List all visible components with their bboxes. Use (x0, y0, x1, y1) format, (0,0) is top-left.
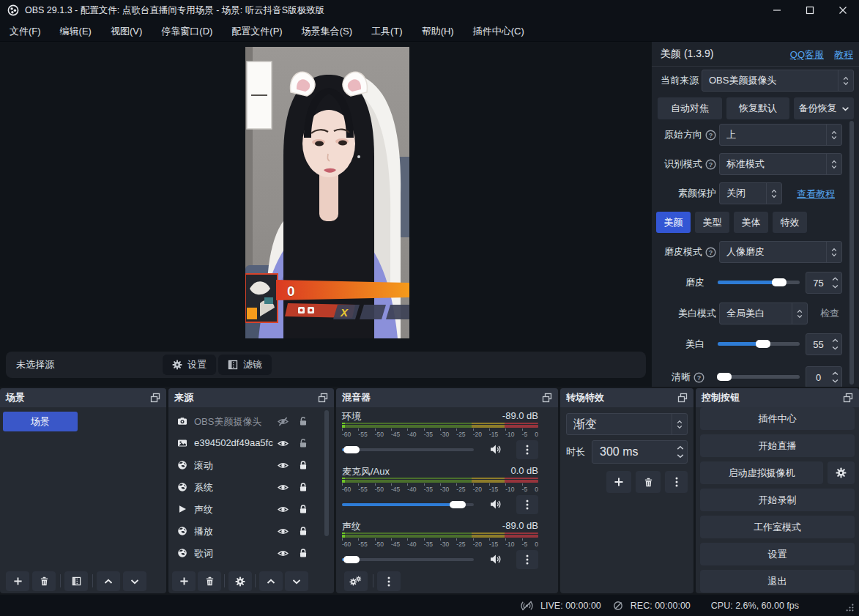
studio-mode-button[interactable]: 工作室模式 (700, 516, 855, 538)
tab-reshape[interactable]: 美型 (695, 212, 729, 233)
slider-handle[interactable] (772, 278, 787, 286)
scrollbar[interactable] (324, 410, 329, 536)
menu-plugin-center[interactable]: 插件中心(C) (464, 21, 534, 42)
restore-default-button[interactable]: 恢复默认 (726, 97, 789, 119)
lock-toggle[interactable] (296, 524, 310, 538)
advanced-audio-button[interactable] (344, 571, 368, 591)
popout-button[interactable] (677, 393, 688, 403)
minimize-button[interactable] (760, 0, 793, 21)
source-row[interactable]: OBS美颜摄像头 (168, 410, 334, 432)
mute-button[interactable] (490, 444, 501, 455)
whiten-value-spinner[interactable]: 55 (806, 333, 842, 355)
visibility-toggle[interactable] (275, 480, 290, 494)
slider-handle[interactable] (717, 373, 732, 381)
add-scene-button[interactable] (6, 571, 29, 591)
source-properties-button[interactable]: 设置 (163, 355, 216, 375)
popout-button[interactable] (318, 393, 328, 403)
video-preview[interactable]: 0 X (245, 47, 409, 338)
add-transition-button[interactable] (606, 471, 631, 493)
menu-profile[interactable]: 配置文件(P) (222, 21, 291, 42)
channel-options-button[interactable] (516, 440, 538, 459)
smooth-mode-select[interactable]: 人像磨皮 (719, 241, 842, 263)
current-source-select[interactable]: OBS美颜摄像头 (702, 70, 854, 92)
help-icon[interactable] (705, 159, 716, 170)
view-tutorial-link[interactable]: 查看教程 (797, 188, 835, 201)
mute-button[interactable] (490, 554, 501, 565)
maximize-button[interactable] (793, 0, 826, 21)
visibility-toggle[interactable] (275, 546, 290, 560)
whiten-mode-select[interactable]: 全局美白 (719, 303, 808, 324)
popout-button[interactable] (843, 393, 853, 403)
chevron-up-icon[interactable] (832, 277, 838, 281)
close-button[interactable] (826, 0, 859, 21)
qq-support-link[interactable]: QQ客服 (790, 48, 824, 62)
detect-mode-select[interactable]: 标准模式 (719, 153, 842, 175)
exit-button[interactable]: 退出 (700, 570, 855, 593)
chevron-up-icon[interactable] (832, 338, 838, 343)
menu-help[interactable]: 帮助(H) (412, 21, 464, 42)
visibility-toggle[interactable] (275, 415, 290, 428)
popout-button[interactable] (542, 393, 552, 403)
clarity-value-spinner[interactable]: 0 (806, 366, 842, 387)
chevron-up-icon[interactable] (677, 445, 684, 450)
check-button[interactable]: 检查 (814, 303, 845, 324)
bare-face-protect-select[interactable]: 关闭 (719, 182, 782, 204)
lock-toggle[interactable] (296, 459, 310, 472)
menu-scene-collection[interactable]: 场景集合(S) (292, 21, 362, 42)
mixer-options-button[interactable] (377, 571, 401, 591)
help-icon[interactable] (705, 130, 716, 141)
slider-handle[interactable] (343, 446, 360, 453)
chevron-down-icon[interactable] (832, 284, 838, 289)
source-row[interactable]: 滚动 (168, 454, 334, 476)
menu-file[interactable]: 文件(F) (0, 21, 51, 42)
menu-view[interactable]: 视图(V) (101, 21, 152, 42)
move-source-up-button[interactable] (259, 571, 283, 591)
tab-body[interactable]: 美体 (734, 212, 768, 233)
source-row[interactable]: 歌词 (168, 542, 334, 564)
clarity-slider[interactable] (718, 375, 800, 379)
duration-spinner[interactable]: 300 ms (592, 440, 688, 464)
move-scene-down-button[interactable] (123, 571, 146, 591)
volume-slider[interactable] (342, 448, 474, 451)
add-source-button[interactable] (172, 571, 196, 591)
source-row[interactable]: 系统 (168, 476, 334, 498)
source-row[interactable]: 播放 (168, 520, 334, 542)
smooth-value-spinner[interactable]: 75 (806, 272, 842, 294)
visibility-toggle[interactable] (275, 459, 290, 472)
popout-button[interactable] (150, 393, 160, 403)
move-scene-up-button[interactable] (97, 571, 120, 591)
menu-tools[interactable]: 工具(T) (362, 21, 412, 42)
resize-grip[interactable] (846, 604, 854, 612)
volume-slider[interactable] (342, 558, 474, 561)
channel-options-button[interactable] (516, 550, 538, 569)
move-source-down-button[interactable] (285, 571, 308, 591)
remove-source-button[interactable] (198, 571, 221, 591)
lock-toggle[interactable] (296, 502, 310, 516)
tutorial-link[interactable]: 教程 (834, 48, 853, 62)
lock-toggle[interactable] (296, 546, 310, 560)
chevron-down-icon[interactable] (677, 453, 684, 459)
channel-options-button[interactable] (516, 495, 538, 514)
mute-button[interactable] (490, 499, 501, 510)
slider-handle[interactable] (756, 340, 770, 348)
tab-beauty[interactable]: 美颜 (656, 212, 691, 233)
lock-toggle[interactable] (296, 437, 310, 450)
start-virtual-camera-button[interactable]: 启动虚拟摄像机 (700, 461, 823, 484)
source-properties-button[interactable] (228, 571, 252, 591)
scrollbar[interactable] (849, 121, 854, 385)
source-filters-button[interactable]: 滤镜 (218, 355, 272, 375)
chevron-up-icon[interactable] (832, 371, 838, 376)
source-row[interactable]: e394502df49aa5fc (168, 432, 334, 454)
start-recording-button[interactable]: 开始录制 (700, 489, 855, 511)
slider-handle[interactable] (450, 501, 466, 508)
menu-edit[interactable]: 编辑(E) (51, 21, 101, 42)
backup-restore-button[interactable]: 备份恢复 (794, 97, 854, 119)
visibility-toggle[interactable] (275, 524, 290, 538)
plugin-center-button[interactable]: 插件中心 (700, 407, 855, 430)
transition-options-button[interactable] (665, 471, 688, 493)
help-icon[interactable] (693, 372, 704, 383)
lock-toggle[interactable] (296, 415, 310, 428)
scene-filters-button[interactable] (64, 571, 88, 591)
whiten-slider[interactable] (718, 342, 800, 346)
autofocus-button[interactable]: 自动对焦 (658, 97, 722, 119)
